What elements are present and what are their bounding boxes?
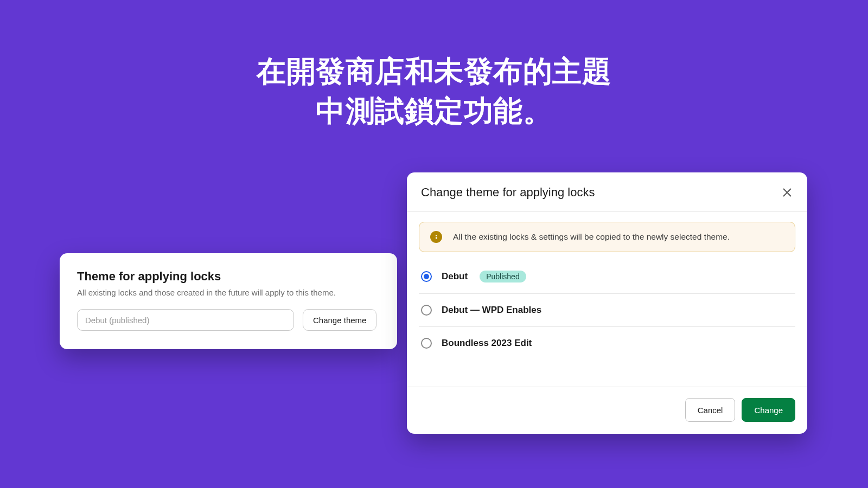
theme-select-input[interactable]: Debut (published) [77,309,294,331]
radio-icon [421,271,432,282]
published-badge: Published [480,271,526,282]
modal-body: All the existing locks & settings will b… [407,212,807,359]
svg-rect-3 [436,236,437,239]
hero-line-2: 中測試鎖定功能。 [257,91,611,131]
radio-icon [421,338,432,349]
modal-header: Change theme for applying locks [407,172,807,212]
change-theme-button[interactable]: Change theme [303,309,376,331]
alert-text: All the existing locks & settings will b… [453,232,730,242]
info-alert: All the existing locks & settings will b… [419,222,795,252]
hero-headline: 在開發商店和未發布的主題 中測試鎖定功能。 [257,52,611,131]
theme-option-debut-wpd[interactable]: Debut — WPD Enables [419,294,795,327]
change-button[interactable]: Change [742,398,795,422]
theme-settings-controls: Debut (published) Change theme [77,309,380,331]
modal-title: Change theme for applying locks [421,185,595,200]
theme-settings-card: Theme for applying locks All existing lo… [60,253,397,349]
theme-radio-list: Debut Published Debut — WPD Enables Boun… [419,260,795,359]
radio-icon [421,305,432,316]
svg-point-2 [436,235,437,236]
theme-settings-subtitle: All existing locks and those created in … [77,288,380,297]
theme-option-debut[interactable]: Debut Published [419,260,795,294]
theme-settings-title: Theme for applying locks [77,269,380,284]
modal-footer: Cancel Change [407,387,807,434]
close-icon[interactable] [781,187,793,198]
theme-option-label: Debut [442,271,468,282]
change-theme-modal: Change theme for applying locks All the … [407,172,807,434]
warning-icon [430,231,442,243]
theme-select-value: Debut (published) [85,316,149,325]
theme-option-boundless[interactable]: Boundless 2023 Edit [419,327,795,359]
hero-line-1: 在開發商店和未發布的主題 [257,52,611,91]
theme-option-label: Boundless 2023 Edit [442,338,532,349]
cancel-button[interactable]: Cancel [685,398,736,422]
theme-option-label: Debut — WPD Enables [442,305,541,316]
